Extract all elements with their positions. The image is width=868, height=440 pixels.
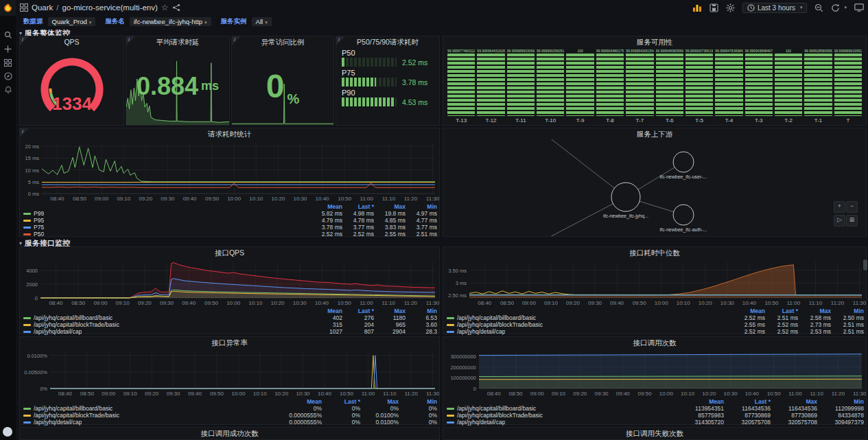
insights-button[interactable] — [692, 3, 702, 12]
panel-title[interactable]: 接口调用成功次数 — [20, 428, 439, 439]
series-color-swatch — [447, 415, 454, 417]
legend-col-mean[interactable]: Mean — [677, 398, 724, 405]
series-label[interactable]: P99 — [34, 210, 44, 217]
refresh-button[interactable]: ▾ — [831, 3, 847, 12]
variable-value[interactable]: All▾ — [252, 17, 272, 26]
api-calls-chart[interactable]: 08:4008:5009:0009:1009:2009:3009:4009:50… — [443, 348, 866, 397]
api-error-rate-chart[interactable]: 08:4008:5009:0009:1009:2009:3009:4009:50… — [20, 348, 439, 397]
series-label[interactable]: P50 — [34, 231, 44, 238]
layout-grid-button[interactable]: ⊞ — [846, 215, 858, 227]
legend-col-max[interactable]: Max — [374, 203, 406, 210]
series-label[interactable]: /api/jyhq/capital/blockTrade/basic — [34, 412, 119, 419]
series-label[interactable]: /api/jyhq/capital/blockTrade/basic — [34, 321, 119, 328]
panel-info-corner[interactable] — [126, 36, 135, 45]
sidebar-dashboards[interactable] — [0, 56, 16, 69]
zoom-in-button[interactable]: + — [834, 201, 845, 213]
panel-title[interactable]: 服务上下游 — [443, 128, 866, 139]
series-label[interactable]: /api/jyhq/detail/cap — [457, 419, 505, 426]
legend-col-mean[interactable]: Mean — [311, 203, 342, 210]
legend-col-mean[interactable]: Mean — [732, 308, 765, 314]
legend-col-mean[interactable]: Mean — [283, 398, 322, 405]
panel-info-corner[interactable] — [336, 36, 345, 45]
dashboard-title[interactable]: go-micro-service(multi-env) — [62, 3, 158, 12]
series-label[interactable]: /api/jyhq/capital/blockTrade/basic — [457, 321, 543, 328]
panel-title[interactable]: P50/75/90请求耗时 — [336, 36, 439, 47]
svg-text:09:30: 09:30 — [161, 196, 175, 202]
variable-service-name[interactable]: 服务名 ifc-newbee_ifc-jyhq-http▾ — [101, 16, 211, 27]
refresh-interval-caret[interactable]: ▾ — [844, 5, 847, 10]
legend-col-max[interactable]: Max — [374, 308, 406, 314]
api-latency-median-chart[interactable]: 08:4008:5009:0009:1009:2009:3009:4009:50… — [443, 258, 866, 307]
panel-info-corner[interactable] — [20, 36, 29, 45]
panel-title[interactable]: 接口异常率 — [20, 337, 439, 348]
latency-stats-chart[interactable]: 08:4008:5009:0009:1009:2009:3009:4009:50… — [20, 139, 439, 202]
series-label[interactable]: P95 — [34, 217, 44, 224]
breadcrumb-app[interactable]: Quark — [32, 3, 53, 12]
legend-col-max[interactable]: Max — [798, 308, 831, 314]
panel-title[interactable]: 异常访问比例 — [232, 36, 333, 47]
panel-title[interactable]: 请求耗时统计 — [20, 128, 439, 139]
api-qps-chart[interactable]: 08:4008:5009:0009:1009:2009:3009:4009:50… — [20, 258, 439, 307]
zoom-out-button[interactable]: − — [846, 201, 858, 213]
panel-title[interactable]: QPS — [20, 36, 124, 47]
series-label[interactable]: /api/jyhq/capital/blockTrade/basic — [457, 412, 543, 419]
star-icon[interactable]: ☆ — [161, 3, 169, 12]
cycle-view-mode-button[interactable] — [854, 3, 864, 12]
panel-title[interactable]: 平均请求时延 — [126, 36, 229, 47]
legend-col-min[interactable]: Min — [399, 398, 437, 405]
pan-button[interactable]: ▷ — [834, 215, 845, 227]
legend-col-last[interactable]: Last * — [724, 398, 771, 405]
series-label[interactable]: /api/jyhq/capital/billboard/basic — [34, 314, 113, 321]
variable-service-instance[interactable]: 服务实例 All▾ — [217, 16, 272, 27]
dashboard-settings-button[interactable] — [726, 3, 735, 12]
series-label[interactable]: /api/jyhq/capital/billboard/basic — [34, 405, 113, 412]
variable-value[interactable]: Quark_Prod▾ — [48, 17, 96, 26]
legend-col-last[interactable]: Last * — [765, 308, 798, 314]
svg-text:09:40: 09:40 — [188, 391, 202, 397]
legend-col-last[interactable]: Last * — [342, 203, 374, 210]
legend-col-max[interactable]: Max — [771, 398, 817, 405]
sidebar-create[interactable] — [0, 42, 16, 56]
panel-title[interactable]: 接口耗时中位数 — [443, 247, 866, 258]
series-label[interactable]: /api/jyhq/detail/cap — [34, 419, 82, 426]
panel-title[interactable]: 接口调用次数 — [443, 337, 866, 348]
panel-title[interactable]: 服务可用性 — [443, 36, 866, 47]
legend-col-min[interactable]: Min — [406, 308, 437, 314]
legend-col-max[interactable]: Max — [360, 398, 399, 405]
series-label[interactable]: P75 — [34, 224, 44, 231]
variable-datasource[interactable]: 数据源 Quark_Prod▾ — [19, 16, 95, 27]
time-range-picker[interactable]: Last 3 hours ▾ — [742, 3, 808, 13]
legend-col-last[interactable]: Last * — [322, 398, 360, 405]
series-stat: 5.82 ms — [311, 210, 342, 217]
panel-title[interactable]: 接口调用失败次数 — [443, 428, 866, 439]
series-stat: 320575708 — [724, 419, 771, 426]
zoom-out-time-button[interactable] — [814, 3, 823, 12]
legend-col-min[interactable]: Min — [406, 203, 437, 210]
availability-label: T-8 — [606, 117, 614, 124]
sidebar-alerting[interactable] — [0, 83, 16, 97]
panel-info-corner[interactable] — [20, 128, 29, 137]
legend-col-min[interactable]: Min — [817, 398, 864, 405]
save-dashboard-button[interactable] — [709, 3, 718, 12]
service-node[interactable] — [673, 205, 694, 225]
legend-col-min[interactable]: Min — [831, 308, 864, 314]
series-label[interactable]: /api/jyhq/capital/billboard/basic — [457, 405, 536, 412]
page-scrollbar-thumb[interactable] — [863, 259, 867, 270]
sidebar-search[interactable] — [0, 28, 16, 42]
panel-title[interactable]: 接口QPS — [20, 247, 439, 258]
series-label[interactable]: /api/jyhq/capital/billboard/basic — [457, 314, 536, 321]
variable-value[interactable]: ifc-newbee_ifc-jyhq-http▾ — [130, 17, 211, 26]
series-label[interactable]: /api/jyhq/detail/cap — [34, 328, 82, 335]
grafana-logo[interactable] — [0, 0, 16, 16]
service-node[interactable] — [673, 152, 694, 172]
legend-col-mean[interactable]: Mean — [311, 308, 342, 314]
series-label[interactable]: /api/jyhq/detail/cap — [457, 328, 505, 335]
legend-col-last[interactable]: Last * — [342, 308, 374, 314]
service-topology-graph[interactable]: ifc-newbee_ifc-jyhq...ifc-newbee_ifc-use… — [443, 139, 866, 236]
legend-row: /api/jyhq/capital/billboard/basic1139543… — [447, 405, 864, 412]
sidebar-explore[interactable] — [0, 69, 16, 83]
panel-info-corner[interactable] — [232, 36, 241, 45]
service-node[interactable] — [611, 183, 640, 211]
share-icon[interactable] — [172, 3, 180, 12]
user-avatar[interactable] — [3, 427, 12, 437]
